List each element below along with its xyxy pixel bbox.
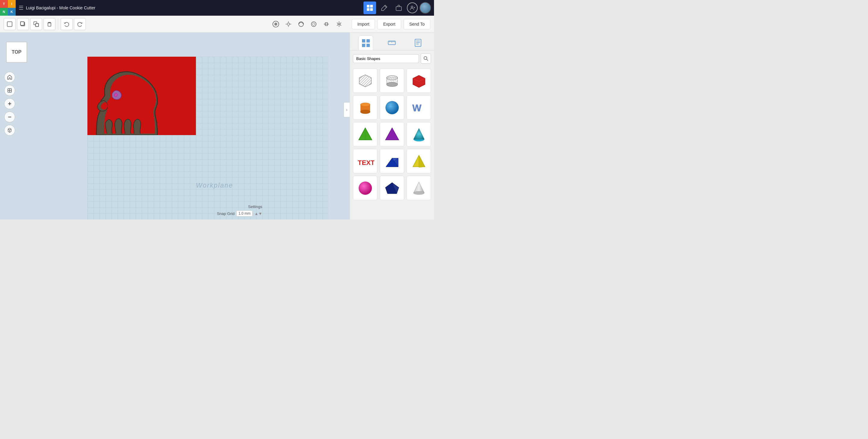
view-shape2-button[interactable]	[308, 18, 320, 30]
tab-ruler[interactable]	[384, 36, 399, 50]
shape-cylinder-orange[interactable]	[353, 95, 377, 120]
zoom-out-button[interactable]: −	[4, 112, 15, 122]
shapes-grid: W W	[350, 67, 434, 220]
svg-point-6	[411, 6, 413, 8]
canvas-area[interactable]: TOP + −	[0, 33, 350, 220]
redo-button[interactable]	[74, 18, 86, 30]
view-align-button[interactable]	[320, 18, 333, 30]
svg-rect-16	[48, 23, 51, 26]
topbar: T I N K ☰ Luigi Bacigalupi - Mole Cookie…	[0, 0, 434, 16]
build-button[interactable]	[378, 1, 391, 14]
svg-rect-5	[396, 7, 401, 10]
snap-grid: Snap Grid 1.0 mm ▲▼	[217, 210, 262, 216]
document-icon: ☰	[19, 4, 24, 11]
topbar-right	[364, 1, 431, 14]
shape-pyramid-yellow[interactable]	[407, 149, 431, 173]
svg-point-86	[413, 192, 424, 195]
svg-rect-40	[367, 44, 370, 47]
right-panel: Basic Shapes Letters Math Text and Numbe…	[350, 33, 434, 220]
copy-tool-button[interactable]	[17, 18, 29, 30]
tab-shapes[interactable]	[359, 36, 373, 50]
settings-label[interactable]: Settings	[248, 204, 262, 209]
svg-rect-3	[370, 8, 373, 11]
zoom-in-button[interactable]: +	[4, 98, 15, 109]
view-shape1-button[interactable]	[295, 18, 307, 30]
send-to-button[interactable]: Send To	[404, 19, 430, 29]
shape-box-red[interactable]	[407, 68, 431, 93]
svg-point-26	[313, 23, 315, 25]
shape-pyramid-green[interactable]	[353, 122, 377, 147]
left-controls: + −	[4, 72, 15, 136]
document-title: Luigi Bacigalupi - Mole Cookie Cutter	[26, 5, 364, 10]
shape-sphere-pink[interactable]	[353, 176, 377, 200]
import-button[interactable]: Import	[352, 19, 375, 29]
shape-search-button[interactable]	[421, 53, 431, 64]
shape-cone-teal[interactable]	[407, 122, 431, 147]
tab-notes[interactable]	[411, 36, 425, 50]
svg-rect-11	[21, 22, 24, 25]
grid-view-button[interactable]	[364, 1, 376, 14]
svg-point-65	[361, 110, 370, 114]
shape-category-dropdown[interactable]: Basic Shapes Letters Math Text and Numbe…	[353, 54, 419, 63]
svg-marker-73	[385, 128, 399, 140]
svg-rect-47	[415, 39, 421, 47]
toolbar: Import Export Send To	[0, 16, 434, 33]
toolbar-separator	[58, 19, 58, 30]
svg-rect-9	[7, 22, 12, 27]
svg-point-67	[385, 101, 399, 114]
logo-k: K	[8, 8, 16, 16]
panel-collapse-button[interactable]: ›	[344, 102, 350, 117]
panel-tabs	[350, 33, 434, 50]
svg-point-61	[387, 82, 398, 87]
svg-rect-14	[36, 24, 38, 27]
home-view-button[interactable]	[4, 72, 15, 83]
svg-rect-1	[370, 5, 373, 7]
shape-wedge-blue[interactable]	[380, 149, 404, 173]
shape-cylinder-gray[interactable]	[380, 68, 404, 93]
shape-selector: Basic Shapes Letters Math Text and Numbe…	[350, 50, 434, 67]
svg-point-25	[311, 22, 316, 27]
svg-marker-81	[419, 155, 425, 167]
svg-marker-75	[413, 128, 424, 139]
export-button[interactable]: Export	[377, 19, 401, 29]
briefcase-button[interactable]	[393, 1, 405, 14]
shape-pyramid-purple[interactable]	[380, 122, 404, 147]
workplane-label: Workplane	[196, 181, 233, 189]
shape-prism-blue[interactable]	[380, 176, 404, 200]
fit-view-button[interactable]	[4, 85, 15, 96]
logo-i: I	[8, 0, 16, 8]
svg-line-52	[427, 59, 428, 61]
view-tools: Import Export Send To	[270, 18, 430, 30]
user-avatar[interactable]	[420, 2, 431, 13]
top-view-indicator: TOP	[6, 41, 27, 63]
svg-line-34	[10, 129, 11, 130]
svg-point-66	[361, 103, 370, 107]
duplicate-tool-button[interactable]	[30, 18, 42, 30]
svg-point-51	[424, 57, 427, 60]
cookie-cutter-object[interactable]	[87, 57, 196, 135]
view-mirror-button[interactable]	[333, 18, 345, 30]
view-cube-button[interactable]	[4, 125, 15, 136]
svg-point-18	[275, 24, 276, 24]
svg-point-19	[287, 23, 290, 25]
select-tool-button[interactable]	[4, 18, 16, 30]
svg-rect-2	[367, 8, 370, 11]
snap-grid-value[interactable]: 1.0 mm	[236, 210, 253, 216]
tinkercad-logo[interactable]: T I N K	[0, 0, 16, 16]
shape-box[interactable]	[353, 68, 377, 93]
svg-rect-0	[367, 5, 370, 7]
delete-tool-button[interactable]	[43, 18, 56, 30]
logo-n: N	[0, 8, 8, 16]
shape-text-red[interactable]: TEXT	[353, 149, 377, 173]
add-user-button[interactable]	[407, 2, 418, 13]
view-camera-button[interactable]	[270, 18, 282, 30]
logo-t: T	[0, 0, 8, 8]
view-light-button[interactable]	[282, 18, 294, 30]
shape-cone-gray[interactable]	[407, 176, 431, 200]
shape-sphere-blue[interactable]	[380, 95, 404, 120]
action-buttons: Import Export Send To	[352, 19, 430, 29]
shape-squiggle[interactable]: W W	[407, 95, 431, 120]
undo-button[interactable]	[61, 18, 73, 30]
svg-rect-38	[367, 39, 370, 42]
avatar-image	[420, 3, 430, 13]
